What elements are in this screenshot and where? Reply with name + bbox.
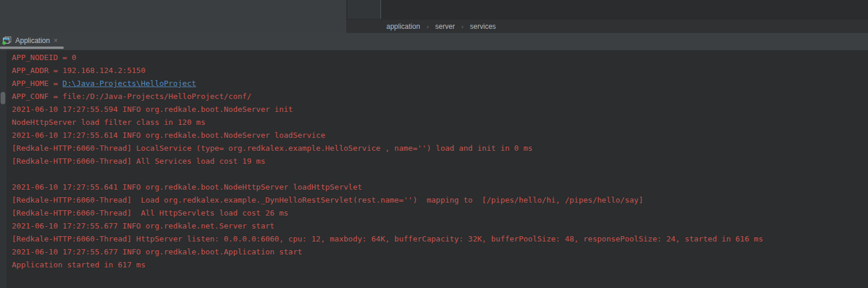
editor-gutter-corner (347, 0, 381, 19)
left-scrollbar-thumb[interactable] (1, 92, 5, 104)
console-line: [Redkale-HTTP:6060-Thread] HttpServer li… (12, 233, 868, 246)
console-log: APP_NODEID = 0APP_ADDR = 192.168.124.2:5… (12, 51, 868, 272)
run-console-icon (2, 36, 12, 45)
active-tab-indicator (0, 47, 64, 49)
console-line: 2021-06-10 17:27:55.677 INFO org.redkale… (12, 246, 868, 259)
close-icon[interactable]: × (54, 37, 58, 44)
console-line: APP_CONF = file:/D:/Java-Projects/HelloP… (12, 90, 868, 103)
app-home-link[interactable]: D:\Java-Projects\HelloProject (62, 79, 196, 88)
console-line: 2021-06-10 17:27:55.594 INFO org.redkale… (12, 103, 868, 116)
breadcrumb-item-application[interactable]: application (386, 22, 420, 31)
console-line: 2021-06-10 17:27:55.641 INFO org.redkale… (12, 181, 868, 194)
editor-top-area: application›server›services (346, 0, 868, 33)
breadcrumb-separator: › (426, 23, 429, 30)
console-line: APP_NODEID = 0 (12, 51, 868, 64)
console-line: 2021-06-10 17:27:55.677 INFO org.redkale… (12, 220, 868, 233)
console-line: [Redkale-HTTP:6060-Thread] Load org.redk… (12, 194, 868, 207)
console-line: APP_ADDR = 192.168.124.2:5150 (12, 64, 868, 77)
console-output-panel: APP_NODEID = 0APP_ADDR = 192.168.124.2:5… (0, 50, 868, 288)
console-tab-bar: Application × (0, 33, 868, 50)
console-line: APP_HOME = D:\Java-Projects\HelloProject (12, 77, 868, 90)
breadcrumb: application›server›services (346, 19, 868, 33)
tab-application[interactable]: Application × (0, 33, 64, 50)
breadcrumb-item-server[interactable]: server (435, 22, 455, 31)
console-line (12, 168, 868, 181)
console-gutter (0, 50, 6, 288)
console-line: NodeHttpServer load filter class in 120 … (12, 116, 868, 129)
console-line: [Redkale-HTTP:6060-Thread] All HttpServl… (12, 207, 868, 220)
console-line-prefix: APP_HOME = (12, 79, 62, 88)
empty-editor-panel (0, 0, 346, 33)
console-line: [Redkale-HTTP:6060-Thread] All Services … (12, 155, 868, 168)
console-line: 2021-06-10 17:27:55.614 INFO org.redkale… (12, 129, 868, 142)
tab-label: Application (15, 37, 50, 45)
breadcrumb-separator: › (461, 23, 463, 30)
console-line: Application started in 617 ms (12, 259, 868, 272)
running-status-dot (2, 41, 6, 45)
breadcrumb-item-services[interactable]: services (470, 22, 496, 31)
console-line: [Redkale-HTTP:6060-Thread] LocalService … (12, 142, 868, 155)
